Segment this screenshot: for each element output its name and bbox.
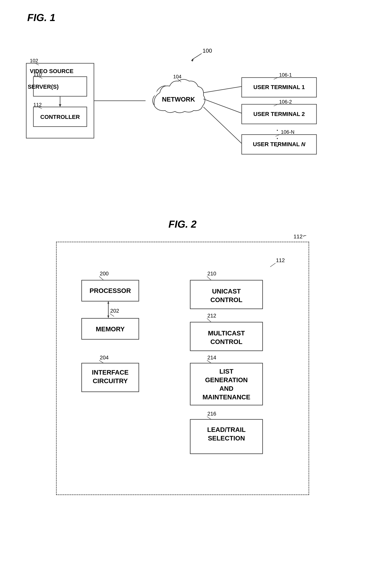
user-terminal-1-label: USER TERMINAL 1 xyxy=(253,84,305,90)
svg-line-20 xyxy=(204,99,242,113)
page-container: FIG. 1 100 102 VIDEO SOURCE 110 SERVER(S… xyxy=(0,0,365,588)
network-label: NETWORK xyxy=(162,96,195,103)
ref-200: 200 xyxy=(100,270,109,276)
fig2-ref-112-tick: ⌐ xyxy=(303,232,306,239)
fig2-title: FIG. 2 xyxy=(16,218,349,230)
ref-102-label: 102 xyxy=(30,58,38,63)
ref-212: 212 xyxy=(207,313,216,319)
fig1-svg: 100 102 VIDEO SOURCE 110 SERVER(S) 112 xyxy=(16,35,349,195)
svg-line-36 xyxy=(110,314,114,317)
svg-line-46 xyxy=(207,416,211,419)
svg-line-38 xyxy=(99,360,104,363)
interface-circuitry-label-2: CIRCUITRY xyxy=(93,377,128,385)
interface-circuitry-label-1: INTERFACE xyxy=(92,369,128,376)
list-gen-label-1: LIST xyxy=(219,368,233,375)
multicast-control-label-2: CONTROL xyxy=(210,338,242,345)
svg-line-0 xyxy=(192,53,202,60)
svg-marker-7 xyxy=(59,104,61,107)
ref-112-fig2: 112 xyxy=(276,257,285,263)
svg-line-40 xyxy=(207,276,211,280)
svg-line-21 xyxy=(204,107,242,144)
svg-marker-35 xyxy=(107,316,109,319)
svg-line-44 xyxy=(207,360,211,363)
svg-line-31 xyxy=(99,276,104,280)
list-gen-label-2: GENERATION xyxy=(205,376,248,384)
ref-106-2-label: 106-2 xyxy=(279,99,292,104)
ref-106-1-label: 106-1 xyxy=(279,72,292,78)
ref-104-label: 104 xyxy=(173,74,182,79)
list-gen-label-3: AND xyxy=(219,385,233,392)
fig2-ref-112: 112 xyxy=(294,233,303,240)
ref-204: 204 xyxy=(100,355,109,361)
controller-label: CONTROLLER xyxy=(40,114,80,120)
ref-112-fig1-label: 112 xyxy=(33,102,42,107)
svg-line-30 xyxy=(270,263,275,267)
ref-100-label: 100 xyxy=(203,48,212,54)
user-terminal-2-label: USER TERMINAL 2 xyxy=(253,111,305,117)
network-cloud: NETWORK xyxy=(153,79,205,113)
ref-106-n-label: 106-N xyxy=(281,129,295,135)
lead-trail-label-1: LEAD/TRAIL xyxy=(207,426,246,433)
fig2-inner: 112 200 PROCESSOR 202 MEMORY xyxy=(68,254,297,478)
svg-line-42 xyxy=(207,318,211,322)
ref-202: 202 xyxy=(110,308,119,314)
ref-210: 210 xyxy=(207,270,216,276)
servers-label: SERVER(S) xyxy=(28,84,59,90)
ref-214: 214 xyxy=(207,355,216,361)
unicast-control-label-1: UNICAST xyxy=(212,288,241,295)
memory-label: MEMORY xyxy=(96,326,125,333)
processor-label: PROCESSOR xyxy=(89,287,131,294)
fig2-diagram-area: 112 ⌐ 112 200 PROCESSOR 202 xyxy=(56,242,309,495)
fig1-title: FIG. 1 xyxy=(27,12,349,23)
user-terminal-n-label: USER TERMINAL N xyxy=(253,141,305,147)
list-gen-label-4: MAINTENANCE xyxy=(203,393,250,401)
fig2-svg: 112 200 PROCESSOR 202 MEMORY xyxy=(68,254,297,478)
fig1-diagram-area: 100 102 VIDEO SOURCE 110 SERVER(S) 112 xyxy=(16,35,349,195)
lead-trail-label-2: SELECTION xyxy=(208,435,245,442)
multicast-control-label-1: MULTICAST xyxy=(208,330,245,337)
unicast-control-label-2: CONTROL xyxy=(210,296,242,304)
svg-line-19 xyxy=(204,87,242,93)
ref-216: 216 xyxy=(207,411,216,417)
ref-110-label: 110 xyxy=(33,72,42,77)
